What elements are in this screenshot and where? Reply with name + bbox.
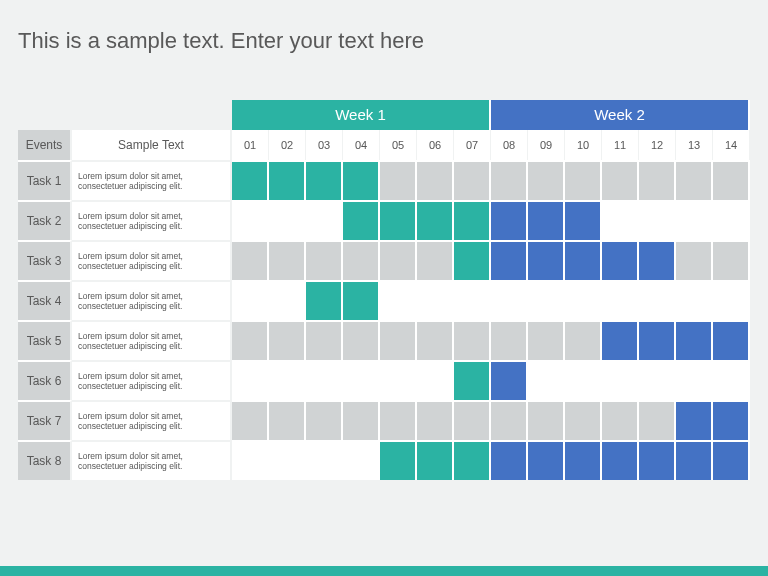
gantt-cell	[269, 200, 306, 240]
gantt-row-cells	[232, 400, 750, 440]
day-label-06: 06	[417, 130, 454, 160]
gantt-cell	[713, 240, 750, 280]
gantt-cell	[491, 200, 528, 240]
gantt-cell	[269, 160, 306, 200]
day-label-05: 05	[380, 130, 417, 160]
gantt-cell	[417, 200, 454, 240]
gantt-cell	[306, 160, 343, 200]
gantt-cell	[565, 360, 602, 400]
task-label: Task 4	[18, 280, 72, 320]
gantt-cell	[343, 400, 380, 440]
gantt-cell	[528, 160, 565, 200]
gantt-cell	[565, 160, 602, 200]
gantt-cell	[676, 200, 713, 240]
footer-accent-bar	[0, 566, 768, 576]
gantt-cell	[306, 240, 343, 280]
task-description: Lorem ipsum dolor sit amet, consectetuer…	[72, 240, 232, 280]
gantt-cell	[269, 400, 306, 440]
task-row: Task 7Lorem ipsum dolor sit amet, consec…	[18, 400, 750, 440]
day-label-04: 04	[343, 130, 380, 160]
gantt-cell	[713, 160, 750, 200]
gantt-cell	[454, 200, 491, 240]
day-label-12: 12	[639, 130, 676, 160]
week-1-header: Week 1	[232, 100, 491, 130]
day-label-13: 13	[676, 130, 713, 160]
gantt-cell	[713, 400, 750, 440]
header-spacer	[18, 100, 232, 130]
gantt-cell	[602, 160, 639, 200]
gantt-cell	[417, 240, 454, 280]
day-label-09: 09	[528, 130, 565, 160]
gantt-cell	[639, 440, 676, 480]
gantt-cell	[491, 400, 528, 440]
day-label-02: 02	[269, 130, 306, 160]
gantt-cell	[602, 320, 639, 360]
gantt-cell	[380, 280, 417, 320]
gantt-cell	[269, 360, 306, 400]
gantt-cell	[639, 360, 676, 400]
gantt-cell	[380, 440, 417, 480]
gantt-cell	[343, 440, 380, 480]
gantt-cell	[380, 200, 417, 240]
gantt-cell	[491, 280, 528, 320]
gantt-row-cells	[232, 160, 750, 200]
gantt-row-cells	[232, 240, 750, 280]
gantt-cell	[639, 400, 676, 440]
gantt-cell	[713, 360, 750, 400]
gantt-row-cells	[232, 200, 750, 240]
gantt-cell	[639, 240, 676, 280]
gantt-cell	[602, 360, 639, 400]
day-label-03: 03	[306, 130, 343, 160]
gantt-cell	[454, 320, 491, 360]
gantt-cell	[380, 240, 417, 280]
task-row: Task 4Lorem ipsum dolor sit amet, consec…	[18, 280, 750, 320]
gantt-cell	[602, 400, 639, 440]
task-label: Task 7	[18, 400, 72, 440]
gantt-cell	[491, 240, 528, 280]
gantt-cell	[380, 400, 417, 440]
gantt-cell	[491, 160, 528, 200]
gantt-cell	[232, 360, 269, 400]
gantt-cell	[417, 320, 454, 360]
day-label-14: 14	[713, 130, 750, 160]
gantt-cell	[306, 200, 343, 240]
task-label: Task 8	[18, 440, 72, 480]
gantt-cell	[417, 360, 454, 400]
gantt-cell	[528, 280, 565, 320]
day-labels: 0102030405060708091011121314	[232, 130, 750, 160]
day-label-01: 01	[232, 130, 269, 160]
gantt-cell	[676, 280, 713, 320]
day-label-07: 07	[454, 130, 491, 160]
gantt-cell	[565, 200, 602, 240]
task-row: Task 5Lorem ipsum dolor sit amet, consec…	[18, 320, 750, 360]
gantt-cell	[713, 440, 750, 480]
gantt-chart: Week 1 Week 2 Events Sample Text 0102030…	[18, 100, 750, 480]
gantt-cell	[565, 280, 602, 320]
gantt-cell	[528, 440, 565, 480]
gantt-cell	[343, 320, 380, 360]
gantt-cell	[602, 240, 639, 280]
gantt-cell	[454, 440, 491, 480]
gantt-cell	[269, 240, 306, 280]
gantt-cell	[676, 320, 713, 360]
gantt-cell	[491, 440, 528, 480]
gantt-cell	[639, 280, 676, 320]
gantt-cell	[676, 240, 713, 280]
gantt-cell	[232, 440, 269, 480]
task-description: Lorem ipsum dolor sit amet, consectetuer…	[72, 320, 232, 360]
gantt-cell	[343, 200, 380, 240]
gantt-cell	[528, 400, 565, 440]
gantt-cell	[565, 240, 602, 280]
gantt-cell	[676, 400, 713, 440]
gantt-cell	[417, 160, 454, 200]
gantt-cell	[639, 320, 676, 360]
task-description: Lorem ipsum dolor sit amet, consectetuer…	[72, 160, 232, 200]
day-label-10: 10	[565, 130, 602, 160]
gantt-cell	[491, 360, 528, 400]
gantt-cell	[676, 360, 713, 400]
gantt-cell	[528, 200, 565, 240]
gantt-cell	[232, 320, 269, 360]
task-description: Lorem ipsum dolor sit amet, consectetuer…	[72, 200, 232, 240]
gantt-row-cells	[232, 360, 750, 400]
gantt-cell	[676, 160, 713, 200]
